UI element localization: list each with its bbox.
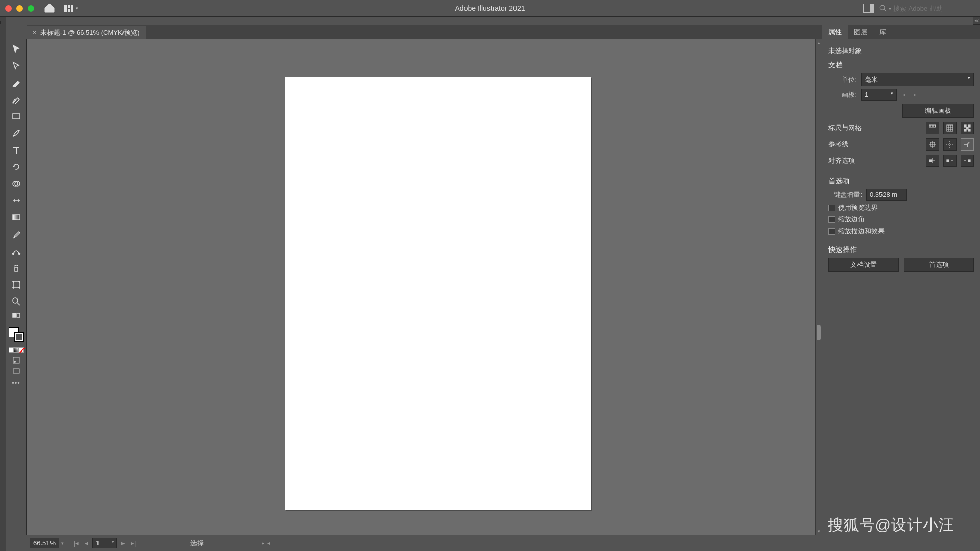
top-bar: ▾ Adobe Illustrator 2021 ▾: [0, 0, 980, 17]
key-increment-label: 键盘增量:: [828, 190, 862, 199]
prev-artboard-icon[interactable]: ◂: [901, 92, 908, 97]
shape-builder-tool[interactable]: [9, 177, 23, 190]
draw-mode[interactable]: [12, 357, 21, 364]
unit-label: 单位:: [828, 75, 857, 84]
collapse-handle[interactable]: ≪: [973, 17, 980, 25]
symbol-sprayer-tool[interactable]: [9, 261, 23, 274]
artboard-number-field[interactable]: 1: [92, 538, 117, 548]
scroll-up-icon[interactable]: ▴: [816, 40, 822, 45]
paintbrush-tool[interactable]: [9, 127, 23, 139]
vertical-scrollbar[interactable]: ▴ ▾: [815, 39, 822, 535]
smart-guides-icon[interactable]: [961, 138, 974, 151]
snap-pixel-icon[interactable]: [943, 155, 957, 167]
key-increment-input[interactable]: [866, 189, 907, 201]
rectangle-tool[interactable]: [9, 110, 23, 122]
prev-icon[interactable]: ◂: [267, 540, 270, 546]
play-icon[interactable]: ▸: [262, 540, 264, 546]
status-bar: 66.51% ▾ |◂ ◂ 1 ▸ ▸| 选择 ▸ ◂: [27, 535, 822, 551]
svg-rect-26: [929, 160, 932, 162]
help-search[interactable]: ▾: [879, 5, 975, 12]
snap-glyph-icon[interactable]: [961, 155, 974, 167]
guides-show-icon[interactable]: [926, 138, 939, 151]
svg-point-19: [14, 361, 16, 363]
tab-libraries[interactable]: 库: [873, 25, 892, 39]
curvature-tool[interactable]: [9, 93, 23, 106]
color-gradient[interactable]: [14, 347, 19, 353]
svg-rect-25: [968, 129, 970, 131]
blend-tool[interactable]: [9, 244, 23, 257]
svg-point-11: [18, 253, 20, 254]
more-tools[interactable]: •••: [12, 379, 20, 387]
color-none[interactable]: [19, 347, 24, 353]
artboard-label: 画板:: [828, 90, 857, 99]
section-prefs: 首选项: [828, 177, 974, 186]
app-title: Adobe Illustrator 2021: [455, 4, 525, 12]
zoom-tool[interactable]: [9, 295, 23, 308]
close-window-button[interactable]: [5, 5, 12, 12]
align-options-label: 对齐选项: [828, 156, 922, 165]
maximize-window-button[interactable]: [28, 5, 34, 12]
document-setup-button[interactable]: 文档设置: [828, 258, 899, 272]
color-solid[interactable]: [9, 347, 14, 353]
eyedropper-tool[interactable]: [9, 228, 23, 240]
preferences-button[interactable]: 首选项: [904, 258, 974, 272]
ruler-icon[interactable]: [926, 122, 939, 134]
direct-selection-tool[interactable]: [9, 59, 23, 72]
guides-lock-icon[interactable]: [943, 138, 957, 151]
grid-icon[interactable]: [943, 122, 957, 134]
preview-bounds-checkbox[interactable]: 使用预览边界: [828, 203, 974, 212]
chevron-down-icon: ▾: [76, 6, 78, 11]
rotate-tool[interactable]: [9, 160, 23, 173]
transparency-grid-icon[interactable]: [961, 122, 974, 134]
chevron-down-icon[interactable]: ▾: [61, 541, 64, 546]
svg-point-10: [12, 253, 14, 254]
gradient-tool[interactable]: [9, 211, 23, 223]
scroll-thumb[interactable]: [817, 325, 821, 340]
search-input[interactable]: [893, 5, 975, 12]
tab-layers[interactable]: 图层: [848, 25, 873, 39]
scale-strokes-checkbox[interactable]: 缩放描边和效果: [828, 227, 974, 236]
svg-rect-20: [13, 369, 19, 373]
pen-tool[interactable]: [9, 76, 23, 89]
next-artboard-icon[interactable]: ▸: [912, 92, 918, 97]
width-tool[interactable]: [9, 194, 23, 207]
stroke-color[interactable]: [14, 332, 24, 342]
type-tool[interactable]: [9, 143, 23, 156]
svg-rect-22: [968, 125, 970, 127]
prev-artboard-button[interactable]: ◂: [82, 539, 90, 547]
edit-artboard-button[interactable]: 编辑画板: [902, 104, 974, 118]
selection-tool[interactable]: [9, 42, 23, 55]
artboard-tool[interactable]: [9, 278, 23, 291]
fill-stroke-swatch[interactable]: [9, 327, 24, 342]
tab-properties[interactable]: 属性: [822, 25, 848, 39]
dock-tab[interactable]: [0, 21, 1, 24]
color-mode-row: [9, 347, 24, 353]
home-icon[interactable]: [43, 2, 56, 14]
first-artboard-button[interactable]: |◂: [72, 539, 80, 547]
svg-rect-9: [13, 215, 20, 220]
artboard[interactable]: [285, 77, 591, 510]
panel-toggle-icon[interactable]: [863, 4, 874, 13]
minimize-window-button[interactable]: [16, 5, 23, 12]
workspace-switcher[interactable]: ▾: [61, 5, 81, 12]
svg-rect-0: [64, 5, 67, 12]
screen-mode[interactable]: [12, 368, 21, 375]
canvas-area[interactable]: ▴ ▾: [27, 39, 822, 535]
document-tab-label: 未标题-1 @ 66.51% (CMYK/预览): [40, 28, 140, 37]
scroll-down-icon[interactable]: ▾: [816, 529, 822, 534]
document-tab[interactable]: × 未标题-1 @ 66.51% (CMYK/预览): [27, 26, 146, 39]
properties-panel: 属性 图层 库 未选择对象 文档 单位: 毫米▾ 画板: 1▾ ◂ ▸ 编辑画板…: [822, 25, 980, 551]
section-quick-actions: 快速操作: [828, 245, 974, 255]
artboard-select[interactable]: 1▾: [861, 89, 897, 101]
zoom-field[interactable]: 66.51%: [30, 538, 59, 548]
status-mode: 选择: [190, 539, 204, 548]
snap-point-icon[interactable]: [926, 155, 939, 167]
close-tab-icon[interactable]: ×: [33, 29, 36, 36]
svg-rect-3: [71, 5, 74, 12]
unit-select[interactable]: 毫米▾: [861, 73, 974, 86]
next-artboard-button[interactable]: ▸: [119, 539, 127, 547]
scale-corners-checkbox[interactable]: 缩放边角: [828, 215, 974, 224]
hand-tool[interactable]: [9, 312, 23, 320]
svg-rect-28: [968, 160, 970, 162]
last-artboard-button[interactable]: ▸|: [129, 539, 137, 547]
